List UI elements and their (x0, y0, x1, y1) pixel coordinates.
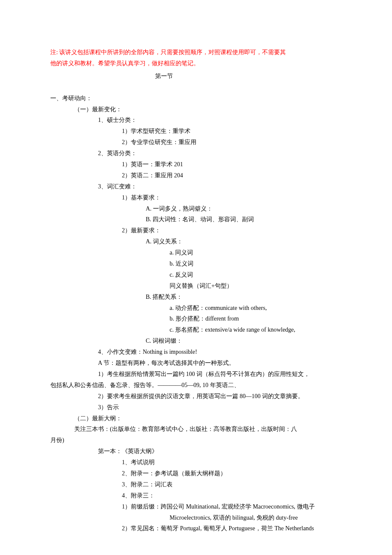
item-3-2: 2）最新要求： (50, 225, 342, 236)
item-3-1-a: A. 一词多义，熟词僻义： (50, 203, 342, 214)
heading-1: 一、考研动向： (50, 93, 342, 104)
note-line-2: 他的讲义和教材。希望学员认真学习，做好相应的笔记。 (50, 58, 342, 69)
document-page: 注: 该讲义包括课程中所讲到的全部内容，只需要按照顺序，对照课程使用即可，不需要… (0, 0, 392, 555)
item-3-2-a-d: 同义替换（词汇+句型） (50, 280, 342, 292)
item-1-1: 1）学术型研究生：重学术 (50, 126, 342, 137)
item-1: 1、硕士分类： (50, 115, 342, 126)
note-block: 注: 该讲义包括课程中所讲到的全部内容，只需要按照顺序，对照课程使用即可，不需要… (50, 47, 342, 69)
item-4-A: A 节：题型有两种，每次考试选择其中的一种形式。 (50, 358, 342, 369)
book-1-4-1b: Microelectronics, 双语的 bilingual, 免税的 dut… (50, 512, 342, 523)
book-1-1: 1、考试说明 (50, 457, 342, 468)
item-2-2: 2）英语二：重应用 204 (50, 170, 342, 181)
book-1-4-2: 2）常见国名：葡萄牙 Portugal, 葡萄牙人 Portuguese，荷兰 … (50, 523, 342, 534)
item-3-2-b-a: a. 动介搭配：communicate with others, (50, 303, 342, 314)
note-line-1: 注: 该讲义包括课程中所讲到的全部内容，只需要按照顺序，对照课程使用即可，不需要… (50, 47, 342, 58)
item-3-2-b-b: b. 形介搭配：different from (50, 313, 342, 324)
book-1-3: 3、附录二：词汇表 (50, 479, 342, 490)
item-4-1a: 1）考生根据所给情景写出一篇约 100 词（标点符号不计算在内）的应用性短文， (50, 369, 342, 380)
item-3-2-a-c: c. 反义词 (50, 269, 342, 280)
book-intro-a: 关注三本书：(出版单位：教育部考试中心，出版社：高等教育出版社，出版时间：八 (50, 424, 342, 435)
item-3: 3、词汇变难： (50, 181, 342, 192)
item-2-1: 1）英语一：重学术 201 (50, 159, 342, 170)
item-3-2-c: C. 词根词缀： (50, 335, 342, 347)
spacer (50, 82, 342, 93)
section-title: 第一节 (50, 71, 342, 82)
item-3-2-a-b: b. 近义词 (50, 258, 342, 269)
item-3-2-a-a: a. 同义词 (50, 247, 342, 258)
item-3-1-b: B. 四大词性：名词、动词、形容词、副词 (50, 214, 342, 225)
item-1-2: 2）专业学位研究生：重应用 (50, 137, 342, 148)
item-4-3: 3）告示 (50, 402, 342, 413)
book-1-4-1a: 1）前缀后缀：跨国公司 Multinational, 宏观经济学 Macroec… (50, 501, 342, 512)
item-4-2: 2）要求考生根据所提供的汉语文章，用英语写出一篇 80—100 词的文章摘要。 (50, 391, 342, 402)
item-3-1: 1）基本要求： (50, 192, 342, 203)
item-4: 4、小作文变难：Nothing is impossible! (50, 347, 342, 358)
item-3-2-b-c: c. 形名搭配：extensive/a wide range of knowle… (50, 324, 342, 335)
item-3-2-b: B. 搭配关系： (50, 292, 342, 303)
book-1: 第一本：《英语大纲》 (50, 446, 342, 457)
subheading-1b: （二）最新大纲： (50, 413, 342, 424)
item-3-2-a: A. 词义关系： (50, 236, 342, 247)
item-2: 2、英语分类： (50, 148, 342, 159)
book-1-2: 2、附录一：参考试题（最新大纲样题） (50, 468, 342, 479)
book-intro-b: 月份) (50, 435, 342, 446)
book-1-4: 4、附录三： (50, 490, 342, 501)
item-4-1b: 包括私人和公务信函、备忘录、报告等。————05—09, 10 年英语二、 (50, 380, 342, 391)
subheading-1a: （一）最新变化： (50, 104, 342, 115)
